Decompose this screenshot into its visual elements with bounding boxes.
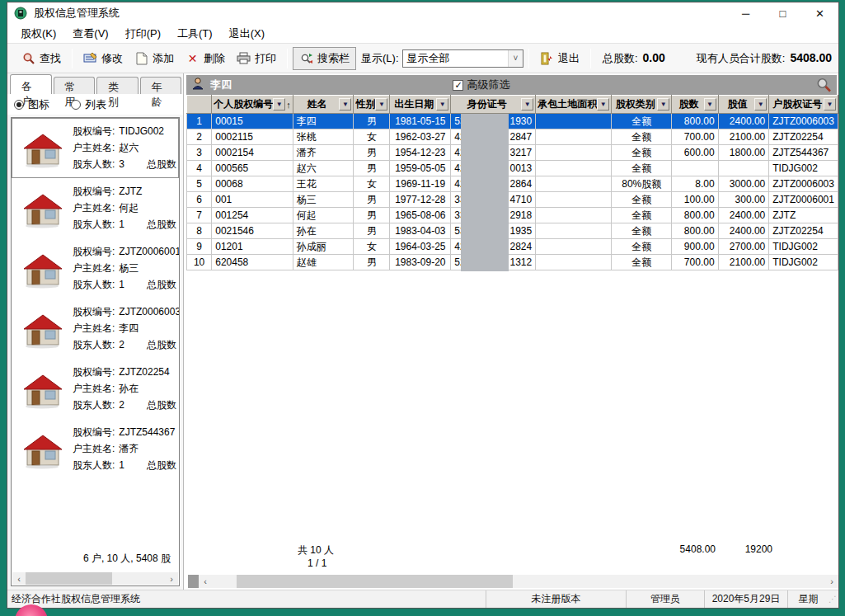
menu-item-exit[interactable]: 退出(X): [221, 25, 273, 43]
status-bar: 经济合作社股权信息管理系统 未注册版本 管理员 2020年5月29日 星期 ⋰: [7, 590, 838, 608]
owner-label: 户主姓名:: [73, 202, 115, 214]
scrollbar-track[interactable]: [212, 575, 825, 588]
cell-code: 620458: [212, 255, 293, 270]
filter-dropdown-icon[interactable]: ▼: [704, 98, 716, 111]
household-item[interactable]: 股权编号:TIDJG002 户主姓名:赵六 股东人数:3总股数: [12, 118, 179, 178]
print-button[interactable]: 打印: [231, 48, 282, 69]
total-label: 总股数: [147, 399, 176, 411]
sidebar-hscrollbar[interactable]: ‹ ›: [12, 572, 178, 585]
cell-code: 0021546: [212, 223, 293, 239]
menu-item-tools[interactable]: 工具(T): [169, 25, 221, 43]
total-label: 总股数: [147, 279, 176, 290]
household-item[interactable]: 股权编号:ZJTZ0006001 户主姓名:杨三 股东人数:1总股数: [12, 238, 179, 299]
cell-land: [536, 176, 612, 192]
magnifier-icon[interactable]: [815, 77, 832, 93]
filter-dropdown-icon[interactable]: ▼: [436, 98, 448, 111]
scroll-right-icon[interactable]: ›: [825, 575, 838, 588]
tab-age[interactable]: 年龄: [140, 77, 182, 94]
owner-label: 户主姓名:: [73, 262, 115, 274]
household-item[interactable]: 股权编号:ZJTZ 户主姓名:何起 股东人数:1总股数: [12, 178, 179, 238]
chevron-down-icon[interactable]: ˅: [508, 50, 523, 67]
table-row[interactable]: 901201孙成丽女1964-03-25421122824全额900.00270…: [187, 239, 838, 255]
menu-item-print[interactable]: 打印(P): [117, 25, 169, 43]
column-header-6[interactable]: 承包土地面积▼: [536, 96, 612, 114]
shareholder-count: 1: [119, 279, 124, 290]
cell-type: 全额: [612, 114, 672, 129]
table-row[interactable]: 100015李四男1981-05-15532221930全额800.002400…: [187, 114, 838, 129]
display-select[interactable]: 显示全部 ˅: [402, 49, 523, 68]
owner-name: 何起: [119, 202, 138, 214]
current-shares-stat: 现有人员合计股数: 5408.00: [697, 51, 832, 66]
column-header-9[interactable]: 股值▼: [718, 96, 769, 114]
footer-page: 1 / 1: [307, 557, 326, 569]
filter-dropdown-icon[interactable]: ▼: [375, 98, 387, 111]
filter-dropdown-icon[interactable]: ▼: [273, 98, 285, 111]
household-item[interactable]: 股权编号:ZJTZ02254 户主姓名:孙在 股东人数:2总股数: [12, 359, 179, 419]
searchbar-toggle-button[interactable]: 搜索栏: [293, 47, 356, 70]
menu-item-equity[interactable]: 股权(K): [12, 25, 64, 43]
filter-dropdown-icon[interactable]: ▼: [597, 98, 609, 111]
column-header-1[interactable]: 个人股权编号▼↑: [212, 96, 293, 114]
resize-grip-icon[interactable]: ⋰: [829, 595, 838, 604]
scrollbar-track[interactable]: [26, 572, 165, 585]
filter-dropdown-icon[interactable]: ▼: [339, 98, 351, 111]
add-button[interactable]: 添加: [129, 48, 180, 69]
table-row[interactable]: 4000565赵六男1959-05-05421120013全额TIDJG002: [187, 161, 838, 176]
column-header-4[interactable]: 出生日期▼: [390, 96, 451, 114]
maximize-button[interactable]: □: [764, 2, 801, 24]
cell-sex: 男: [354, 255, 390, 270]
column-header-7[interactable]: 股权类别▼: [612, 96, 672, 114]
window-title: 股权信息管理系统: [34, 6, 120, 21]
column-header-3[interactable]: 性别▼: [354, 96, 390, 114]
table-row[interactable]: 500068王花女1969-11-1942112286480%股额8.00300…: [187, 176, 838, 192]
equity-code: ZJTZ: [119, 186, 142, 197]
owner-name: 潘齐: [119, 443, 138, 454]
column-label: 出生日期: [392, 97, 436, 111]
table-row[interactable]: 20002115张桃女1962-03-27421122847全额700.0021…: [187, 129, 838, 145]
toolbar-separator: [590, 49, 591, 68]
tab-households[interactable]: 各户: [10, 74, 52, 94]
table-row[interactable]: 80021546孙在男1983-04-03530321935全额800.0024…: [187, 223, 838, 239]
household-item[interactable]: 股权编号:ZJTZ0006003 户主姓名:李四 股东人数:2总股数: [12, 299, 179, 359]
scrollbar-thumb[interactable]: [26, 572, 112, 585]
find-button[interactable]: 查找: [16, 48, 67, 69]
tab-category[interactable]: 类别: [96, 77, 138, 94]
table-row[interactable]: 30002154潘齐男1954-12-23421123217全额600.0018…: [187, 145, 838, 161]
person-icon: [191, 77, 204, 93]
column-label: 股权类别: [613, 97, 657, 111]
menu-item-view[interactable]: 查看(V): [64, 25, 116, 43]
exit-button[interactable]: 退出: [534, 48, 585, 69]
column-header-10[interactable]: 户股权证号▼: [769, 96, 838, 114]
owner-name: 杨三: [119, 262, 138, 274]
table-row[interactable]: 6001杨三男1977-12-28332604710全额100.00300.00…: [187, 192, 838, 208]
advanced-filter[interactable]: ✓ 高级筛选: [453, 78, 509, 92]
checkbox-checked-icon[interactable]: ✓: [453, 80, 463, 91]
column-header-2[interactable]: 姓名▼: [293, 96, 354, 114]
column-header-8[interactable]: 股数▼: [672, 96, 718, 114]
cell-type: 全额: [612, 255, 672, 270]
view-list-radio[interactable]: 列表: [71, 97, 106, 112]
cell-num: 3: [187, 145, 212, 161]
delete-button[interactable]: ✕ 删除: [180, 48, 231, 69]
cell-num: 8: [187, 223, 212, 239]
table-row[interactable]: 7001254何起男1965-08-06332622918全额800.00240…: [187, 208, 838, 223]
close-button[interactable]: ✕: [801, 2, 838, 24]
scrollbar-thumb[interactable]: [237, 575, 513, 588]
household-item[interactable]: 股权编号:ZJTZ544367 户主姓名:潘齐 股东人数:1总股数: [12, 419, 179, 479]
house-icon: [21, 129, 63, 169]
column-header-5[interactable]: 身份证号▼: [451, 96, 536, 114]
minimize-button[interactable]: ─: [727, 2, 764, 24]
scroll-right-icon[interactable]: ›: [165, 572, 178, 585]
main-hscrollbar[interactable]: ‹ ›: [188, 575, 838, 588]
cell-type: 全额: [612, 192, 672, 208]
code-label: 股权编号:: [73, 426, 115, 438]
scroll-left-icon[interactable]: ‹: [199, 575, 212, 588]
scroll-left-icon[interactable]: ‹: [12, 572, 26, 585]
filter-dropdown-icon[interactable]: ▼: [521, 98, 533, 111]
filter-dropdown-icon[interactable]: ▼: [657, 98, 669, 111]
tab-common[interactable]: 常用: [54, 77, 96, 94]
filter-dropdown-icon[interactable]: ▼: [754, 98, 767, 111]
table-row[interactable]: 10620458赵雄男1983-09-20522321312全额700.0021…: [187, 255, 838, 270]
edit-button[interactable]: 修改: [77, 48, 129, 69]
filter-dropdown-icon[interactable]: ▼: [824, 98, 836, 111]
